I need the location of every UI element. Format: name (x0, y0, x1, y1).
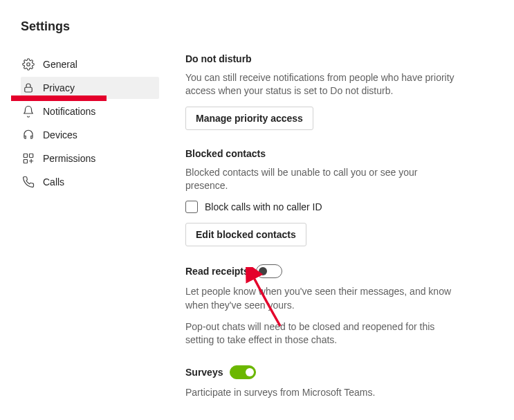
blocked-desc: Blocked contacts will be unable to call … (185, 166, 457, 193)
svg-point-0 (27, 63, 30, 66)
phone-icon (22, 176, 35, 188)
read-receipts-heading: Read receipts (185, 264, 457, 278)
block-no-caller-id-checkbox[interactable] (185, 201, 198, 213)
surveys-heading: Surveys (185, 365, 457, 379)
gear-icon (22, 58, 35, 71)
svg-rect-2 (24, 154, 27, 157)
svg-rect-4 (24, 160, 27, 163)
section-read-receipts: Read receipts Let people know when you'v… (185, 264, 457, 347)
sidebar-item-label: Devices (43, 129, 151, 140)
block-no-caller-id-row: Block calls with no caller ID (185, 201, 457, 213)
surveys-toggle[interactable] (230, 365, 256, 379)
read-receipts-desc2: Pop-out chats will need to be closed and… (185, 320, 457, 347)
apps-icon (22, 152, 35, 165)
sidebar-item-notifications[interactable]: Notifications (21, 100, 159, 122)
svg-rect-3 (30, 154, 33, 157)
read-receipts-toggle[interactable] (256, 264, 282, 278)
sidebar-item-label: Privacy (43, 82, 151, 93)
headset-icon (22, 129, 35, 141)
annotation-redbar (11, 95, 107, 101)
surveys-desc: Participate in surveys from Microsoft Te… (185, 386, 457, 399)
section-blocked: Blocked contacts Blocked contacts will b… (185, 148, 457, 247)
edit-blocked-contacts-button[interactable]: Edit blocked contacts (185, 223, 306, 246)
sidebar-item-permissions[interactable]: Permissions (21, 147, 159, 170)
read-receipts-label: Read receipts (185, 266, 249, 277)
sidebar-item-devices[interactable]: Devices (21, 124, 159, 146)
lock-icon (22, 82, 35, 94)
read-receipts-desc1: Let people know when you've seen their m… (185, 285, 457, 312)
sidebar-item-general[interactable]: General (21, 53, 159, 75)
sidebar-item-label: Calls (43, 176, 151, 188)
section-surveys: Surveys Participate in surveys from Micr… (185, 365, 457, 399)
main-content: Do not disturb You can still receive not… (159, 53, 484, 417)
surveys-label: Surveys (185, 367, 223, 378)
bell-icon (22, 105, 35, 118)
dnd-desc: You can still receive notifications from… (185, 71, 457, 98)
dnd-heading: Do not disturb (185, 53, 457, 64)
manage-priority-access-button[interactable]: Manage priority access (185, 107, 313, 130)
sidebar-item-calls[interactable]: Calls (21, 171, 159, 193)
sidebar-item-label: Permissions (43, 153, 151, 164)
svg-rect-1 (25, 87, 33, 92)
block-no-caller-id-label: Block calls with no caller ID (205, 201, 322, 212)
settings-sidebar: General Privacy Notifications Devices (21, 53, 159, 417)
page-title: Settings (21, 19, 514, 34)
sidebar-item-label: Notifications (43, 106, 151, 117)
sidebar-item-label: General (43, 59, 151, 70)
blocked-heading: Blocked contacts (185, 148, 457, 159)
section-dnd: Do not disturb You can still receive not… (185, 53, 457, 130)
